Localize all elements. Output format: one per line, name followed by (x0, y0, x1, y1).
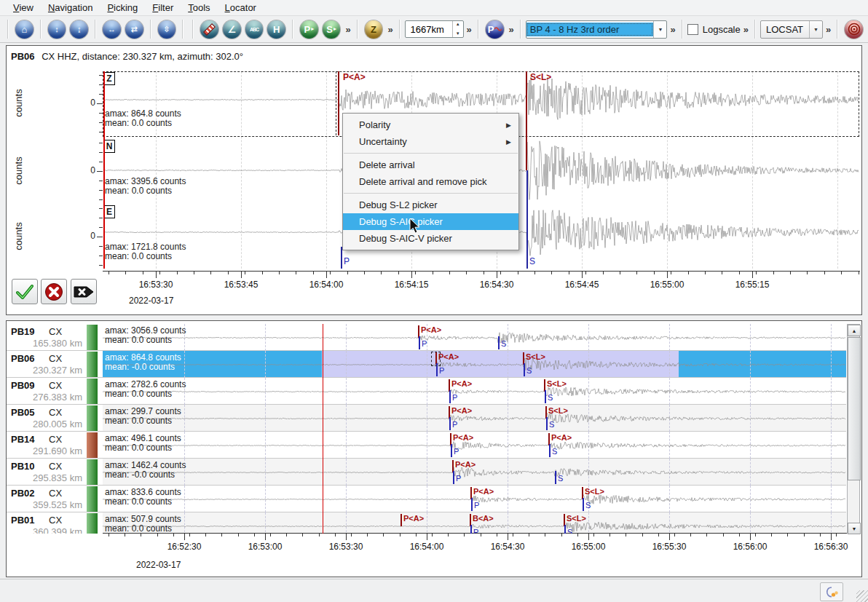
pick-line-blue[interactable] (545, 390, 546, 403)
pick-line-blue[interactable] (471, 498, 473, 511)
s-pick-line[interactable] (526, 71, 527, 170)
pick-phase-label: P<A> (453, 433, 473, 442)
toolbar-separator (837, 20, 838, 39)
logscale-toggle[interactable]: Logscale (687, 24, 741, 35)
major-tick (265, 533, 266, 540)
collapse-amplitude-button[interactable]: ↨ (70, 20, 88, 39)
menu-item-polarity[interactable]: Polarity▶ (343, 116, 518, 133)
time-tick-label: 16:54:30 (480, 280, 514, 290)
pick-phase-label: P<A> (451, 406, 472, 415)
skip-trace-button[interactable] (71, 279, 97, 304)
minor-tick (688, 271, 689, 274)
menubar-item-locator[interactable]: Locator (218, 1, 264, 15)
time-tick-label: 16:53:45 (224, 280, 259, 290)
major-tick (326, 271, 327, 278)
pick-line-blue[interactable] (451, 444, 452, 457)
pick-line-blue[interactable] (449, 390, 451, 403)
menubar-item-tools[interactable]: Tools (181, 1, 217, 15)
chevron-down-icon[interactable]: ▼ (809, 21, 822, 38)
relocate-button[interactable] (845, 20, 863, 39)
wave-icon (494, 26, 502, 32)
ruler-icon (203, 23, 216, 36)
pick-line-blue[interactable] (453, 471, 454, 484)
pick-line-blue[interactable] (498, 336, 500, 349)
minor-tick (194, 271, 194, 274)
time-tick-label: 16:54:30 (491, 542, 525, 552)
menubar-item-filter[interactable]: Filter (145, 1, 181, 15)
toolbar-separator (292, 20, 293, 39)
reject-pick-button[interactable] (41, 279, 67, 304)
measure-button[interactable] (200, 20, 218, 39)
status-bar (0, 579, 868, 602)
pick-line-blue[interactable] (449, 417, 451, 430)
y-axis-label: counts (13, 82, 24, 125)
overflow-chevron[interactable]: » (467, 24, 470, 35)
pick-s-phase-button[interactable]: S▸ (323, 20, 341, 39)
pick-p-phase-button[interactable]: P▸ (300, 20, 318, 39)
major-tick (582, 271, 583, 278)
chevron-down-icon[interactable]: ▼ (653, 21, 666, 38)
scroll-down-button[interactable]: ▼ (848, 523, 861, 534)
scrollbar-thumb[interactable] (848, 337, 861, 480)
distance-input[interactable] (409, 23, 452, 36)
distance-spinbox[interactable]: ▲ ▼ (405, 20, 464, 38)
scroll-up-button[interactable]: ▲ (848, 325, 861, 336)
pick-line-blue[interactable] (524, 363, 525, 376)
menubar-item-picking[interactable]: Picking (100, 1, 145, 15)
logscale-checkbox[interactable] (687, 24, 698, 35)
pick-line-blue[interactable] (470, 525, 472, 534)
locator-select[interactable]: LOCSAT ▼ (760, 20, 823, 39)
menubar-item-navigation[interactable]: Navigation (41, 1, 100, 15)
minor-tick (841, 271, 842, 274)
menu-item-delete-arrival-and-remove-pick[interactable]: Delete arrival and remove pick (343, 173, 518, 190)
p-pick-line[interactable] (338, 71, 339, 135)
overflow-chevron[interactable]: » (509, 24, 513, 35)
pick-flag-label: S (558, 474, 563, 483)
menu-item-debug-s-l2-picker[interactable]: Debug S-L2 picker (343, 197, 518, 213)
resize-grip[interactable] (856, 590, 868, 602)
pick-line-blue[interactable] (549, 444, 551, 457)
spinner-buttons[interactable]: ▲ ▼ (452, 21, 463, 37)
fit-traces-button[interactable]: ⇳ (158, 20, 176, 39)
pick-line-blue[interactable] (583, 498, 584, 511)
menu-item-debug-s-aic-picker[interactable]: Debug S-AIC picker (343, 213, 518, 230)
align-phase-button[interactable]: H (267, 20, 285, 39)
s-pick-flag-line[interactable] (526, 170, 528, 269)
expand-time-button[interactable]: ↔ (103, 20, 121, 39)
s-flag-label: S (529, 256, 535, 266)
menu-item-delete-arrival[interactable]: Delete arrival (343, 157, 518, 173)
vertical-scrollbar[interactable]: ▲ ▼ (847, 324, 860, 534)
annotation-button[interactable]: ABC (245, 20, 264, 39)
overflow-chevron[interactable]: » (826, 24, 829, 35)
pick-phase-label: P<A> (421, 325, 441, 334)
expand-amplitude-button[interactable]: ↕ (48, 20, 66, 39)
menubar-item-view[interactable]: View (6, 1, 41, 15)
angle-measure-button[interactable]: ∠ (223, 20, 241, 39)
minor-tick (159, 271, 160, 274)
overflow-chevron[interactable]: » (387, 24, 391, 35)
toolbar-separator (95, 20, 96, 39)
home-button[interactable]: ⌂ (15, 20, 33, 39)
network-code: CX (49, 326, 62, 337)
overflow-chevron[interactable]: » (670, 24, 674, 35)
confirm-pick-button[interactable] (12, 279, 38, 304)
pick-line-red[interactable] (401, 514, 402, 526)
pick-line-blue[interactable] (419, 336, 420, 349)
collapse-time-button[interactable]: ⇄ (125, 20, 143, 39)
connection-status-button[interactable] (820, 582, 843, 601)
menu-item-debug-s-aic-v-picker[interactable]: Debug S-AIC-V picker (343, 230, 518, 247)
filter-select[interactable]: BP 4 - 8 Hz 3rd order ▼ (526, 20, 668, 39)
overflow-chevron[interactable]: » (743, 24, 747, 35)
p-wave-tool-button[interactable]: P (486, 20, 504, 39)
spin-down-icon: ▼ (456, 32, 460, 36)
component-z-button[interactable]: Z (365, 20, 383, 39)
collapse-vertical-icon: ↨ (77, 25, 82, 33)
pick-line-blue[interactable] (564, 525, 566, 534)
p-pick-label: P<A> (343, 72, 366, 82)
pick-line-blue[interactable] (546, 417, 548, 430)
mean-label: mean: 0.0 counts (105, 336, 172, 345)
menu-item-uncertainty[interactable]: Uncertainty▶ (343, 133, 518, 150)
overflow-chevron[interactable]: » (345, 24, 349, 35)
scroll-up-icon: ▲ (852, 328, 857, 333)
pick-line-blue[interactable] (555, 471, 556, 484)
